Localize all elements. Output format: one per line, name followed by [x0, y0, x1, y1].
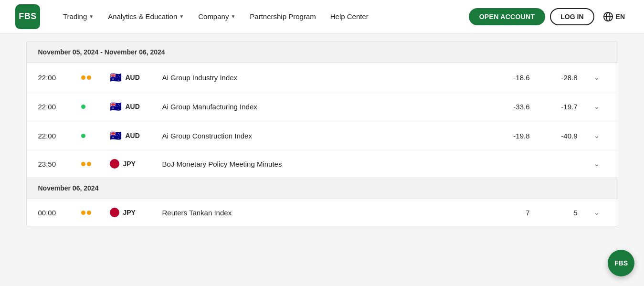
- nav-links: Trading ▼ Analytics & Education ▼ Compan…: [57, 9, 469, 24]
- expand-button[interactable]: ⌄: [587, 209, 606, 216]
- login-button[interactable]: LOG IN: [550, 8, 594, 25]
- chevron-down-icon: ▼: [89, 14, 94, 19]
- flag-icon: 🇦🇺: [110, 130, 122, 141]
- actual-value: -19.8: [492, 132, 539, 140]
- expand-button[interactable]: ⌄: [587, 160, 606, 168]
- event-name: BoJ Monetary Policy Meeting Minutes: [162, 160, 492, 168]
- open-account-button[interactable]: OPEN ACCOUNT: [469, 8, 546, 25]
- currency-code: AUD: [126, 74, 140, 81]
- table-row: 22:00 🇦🇺 AUD Ai Group Industry Index -18…: [27, 63, 618, 92]
- table-row: 22:00 🇦🇺 AUD Ai Group Manufacturing Inde…: [27, 92, 618, 121]
- impact-indicator: [81, 105, 110, 109]
- calendar-table: November 05, 2024 - November 06, 2024 22…: [26, 41, 618, 226]
- chevron-down-icon: ▼: [231, 14, 235, 19]
- fbs-logo[interactable]: FBS: [15, 4, 40, 29]
- impact-dot: [87, 162, 91, 166]
- table-row: 23:50 JPY BoJ Monetary Policy Meeting Mi…: [27, 150, 618, 178]
- flag-icon: 🇦🇺: [110, 72, 122, 83]
- impact-dot: [81, 75, 85, 80]
- previous-value: -40.9: [539, 132, 587, 140]
- flag-icon: [110, 208, 119, 217]
- event-name: Reuters Tankan Index: [162, 209, 492, 217]
- main-content: November 05, 2024 - November 06, 2024 22…: [17, 41, 628, 226]
- previous-value: -28.8: [539, 74, 587, 82]
- currency-col: 🇦🇺 AUD: [110, 101, 162, 112]
- actual-value: 7: [492, 209, 539, 217]
- table-row: 22:00 🇦🇺 AUD Ai Group Construction Index…: [27, 121, 618, 150]
- event-name: Ai Group Manufacturing Index: [162, 103, 492, 111]
- event-time: 22:00: [38, 132, 81, 140]
- expand-button[interactable]: ⌄: [587, 132, 606, 139]
- currency-col: 🇦🇺 AUD: [110, 130, 162, 141]
- impact-dot: [81, 105, 85, 109]
- nav-help[interactable]: Help Center: [325, 9, 374, 24]
- flag-icon: [110, 159, 119, 169]
- currency-code: JPY: [123, 209, 136, 216]
- impact-indicator: [81, 75, 110, 80]
- currency-col: JPY: [110, 208, 162, 217]
- globe-icon: [603, 11, 613, 22]
- event-name: Ai Group Industry Index: [162, 74, 492, 82]
- actual-value: -33.6: [492, 103, 539, 111]
- previous-value: -19.7: [539, 103, 587, 111]
- date-section-header-1: November 05, 2024 - November 06, 2024: [27, 42, 618, 63]
- table-row: 00:00 JPY Reuters Tankan Index 7 5 ⌄: [27, 199, 618, 226]
- actual-value: -18.6: [492, 74, 539, 82]
- event-time: 22:00: [38, 103, 81, 111]
- impact-dot: [81, 134, 85, 138]
- nav-company[interactable]: Company ▼: [192, 9, 241, 24]
- currency-code: AUD: [126, 103, 140, 110]
- impact-indicator: [81, 162, 110, 166]
- impact-dot: [87, 75, 91, 80]
- impact-dot: [81, 211, 85, 215]
- expand-button[interactable]: ⌄: [587, 74, 606, 81]
- event-time: 00:00: [38, 209, 81, 217]
- currency-col: JPY: [110, 159, 162, 169]
- event-time: 23:50: [38, 160, 81, 168]
- nav-actions: OPEN ACCOUNT LOG IN EN: [469, 8, 629, 25]
- impact-dot: [87, 211, 91, 215]
- impact-dot: [81, 162, 85, 166]
- previous-value: 5: [539, 209, 587, 217]
- chevron-down-icon: ▼: [179, 14, 184, 19]
- impact-indicator: [81, 211, 110, 215]
- nav-partnership[interactable]: Partnership Program: [244, 9, 321, 24]
- nav-analytics[interactable]: Analytics & Education ▼: [102, 9, 190, 24]
- event-name: Ai Group Construction Index: [162, 132, 492, 140]
- currency-col: 🇦🇺 AUD: [110, 72, 162, 83]
- flag-icon: 🇦🇺: [110, 101, 122, 112]
- navbar: FBS Trading ▼ Analytics & Education ▼ Co…: [0, 0, 644, 33]
- language-selector[interactable]: EN: [599, 9, 629, 25]
- date-section-header-2: November 06, 2024: [27, 178, 618, 199]
- currency-code: JPY: [123, 160, 136, 168]
- nav-trading[interactable]: Trading ▼: [57, 9, 99, 24]
- event-time: 22:00: [38, 74, 81, 82]
- impact-indicator: [81, 134, 110, 138]
- expand-button[interactable]: ⌄: [587, 103, 606, 110]
- currency-code: AUD: [126, 132, 140, 139]
